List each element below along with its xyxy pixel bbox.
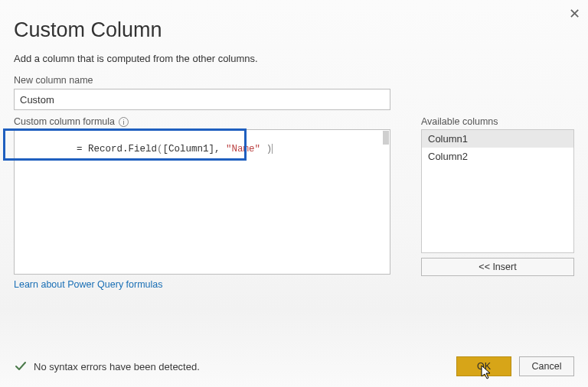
available-column-item[interactable]: Column2	[422, 148, 573, 165]
check-icon	[14, 359, 28, 373]
formula-comma: ,	[214, 144, 226, 154]
status-row: No syntax errors have been detected.	[14, 359, 200, 373]
formula-open-paren: (	[157, 144, 163, 154]
scrollbar-thumb[interactable]	[383, 131, 389, 145]
formula-string: "Name"	[226, 144, 260, 154]
info-icon[interactable]: i	[119, 117, 129, 127]
new-column-name-label: New column name	[14, 75, 574, 86]
learn-link[interactable]: Learn about Power Query formulas	[14, 279, 392, 290]
text-cursor	[272, 144, 273, 154]
dialog-title: Custom Column	[14, 18, 574, 42]
ok-button-label: OK	[477, 361, 491, 372]
close-icon[interactable]: ✕	[567, 6, 582, 21]
available-columns-label: Available columns	[421, 116, 574, 127]
status-text: No syntax errors have been detected.	[34, 361, 200, 372]
formula-prefix: =	[77, 144, 88, 154]
ok-button[interactable]: OK	[456, 356, 511, 376]
formula-editor[interactable]: = Record.Field([Column1], "Name" )	[14, 129, 390, 275]
cancel-button[interactable]: Cancel	[519, 356, 574, 376]
formula-close-paren: )	[266, 144, 273, 154]
formula-space	[260, 144, 266, 154]
dialog-subtitle: Add a column that is computed from the o…	[14, 53, 574, 64]
formula-fn: Record.Field	[88, 144, 157, 154]
formula-column-ref: [Column1]	[163, 144, 215, 154]
insert-button[interactable]: << Insert	[421, 258, 574, 276]
available-columns-list[interactable]: Column1 Column2	[421, 129, 574, 253]
formula-label: Custom column formula	[14, 116, 115, 127]
new-column-name-input[interactable]	[14, 89, 390, 110]
custom-column-dialog: ✕ Custom Column Add a column that is com…	[0, 0, 588, 387]
available-column-item[interactable]: Column1	[422, 130, 573, 148]
